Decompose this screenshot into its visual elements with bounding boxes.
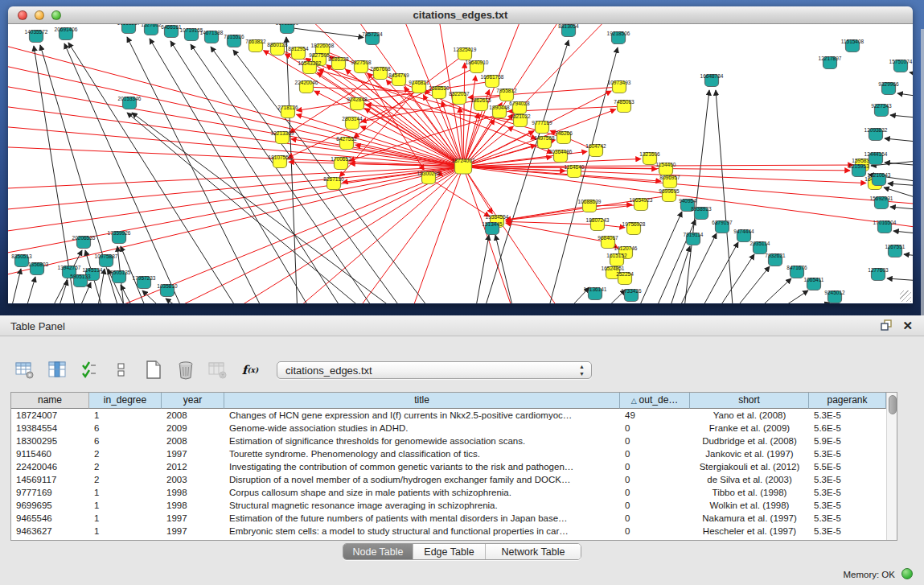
graph-node[interactable]: 19218506: [607, 31, 630, 44]
table-source-dropdown[interactable]: citations_edges.txt ▲▼: [277, 361, 592, 379]
graph-node[interactable]: 11515408: [841, 39, 864, 52]
graph-node[interactable]: 252254: [616, 271, 634, 285]
graph-node[interactable]: 18807243: [586, 217, 610, 231]
graph-node[interactable]: 14035572: [25, 29, 48, 43]
graph-node[interactable]: 14671388: [200, 30, 224, 43]
graph-node[interactable]: 14136141: [584, 286, 607, 300]
graph-node[interactable]: 1990448: [489, 105, 510, 118]
float-panel-icon[interactable]: [881, 319, 893, 332]
graph-node[interactable]: 1167551: [885, 244, 906, 257]
graph-node[interactable]: 18107552: [269, 154, 292, 168]
graph-node[interactable]: 7663822: [245, 39, 266, 52]
tab-edge-table[interactable]: Edge Table: [413, 544, 486, 559]
graph-node[interactable]: 19756928: [622, 221, 646, 235]
table-row[interactable]: 1830029562008Estimation of significance …: [11, 435, 886, 447]
graph-node[interactable]: 8813054: [558, 24, 579, 37]
column-header-pagerank[interactable]: pagerank: [809, 393, 886, 409]
graph-node[interactable]: 8454749: [388, 72, 409, 86]
graph-node[interactable]: 16961758: [481, 74, 504, 88]
graph-node[interactable]: 17957233: [133, 275, 156, 289]
graph-node[interactable]: 746266: [555, 130, 573, 144]
column-header-name[interactable]: name: [11, 393, 89, 409]
graph-node[interactable]: 9827508: [351, 60, 372, 73]
graph-node[interactable]: 9227343: [871, 103, 892, 117]
table-row[interactable]: 969969511998Structural magnetic resonanc…: [11, 499, 886, 512]
graph-node[interactable]: 6466161: [161, 24, 182, 38]
graph-node[interactable]: 7919114: [684, 232, 704, 245]
network-canvas[interactable]: 1872400776638228860128891295418226058982…: [8, 24, 913, 303]
graph-node[interactable]: 7857224: [362, 31, 383, 45]
table-row[interactable]: 911546021997Tourette syndrome. Phenomeno…: [11, 447, 886, 460]
window-resize-grip[interactable]: [900, 290, 911, 302]
column-header-indegree[interactable]: in_degree: [89, 393, 162, 409]
function-builder-icon[interactable]: f(x): [240, 360, 261, 381]
column-header-outde[interactable]: △out_de…: [620, 393, 690, 409]
graph-node[interactable]: 6879197: [712, 220, 733, 233]
graph-node[interactable]: 8912954: [288, 46, 309, 60]
graph-node[interactable]: 7615526: [224, 34, 244, 47]
column-header-short[interactable]: short: [690, 393, 809, 409]
graph-node[interactable]: 6794028: [509, 101, 530, 114]
graph-node[interactable]: 9329966: [878, 81, 899, 95]
graph-node[interactable]: 8186328: [328, 56, 349, 70]
graph-node[interactable]: 12325419: [454, 47, 477, 60]
graph-node[interactable]: 12093832: [864, 127, 888, 141]
graph-node[interactable]: 9245012: [824, 290, 845, 303]
network-view-window[interactable]: citations_edges.txt 18724007766382288601…: [8, 6, 913, 304]
show-columns-icon[interactable]: [47, 360, 68, 381]
table-row[interactable]: 977716911998Corpus callosum shape and si…: [11, 486, 886, 499]
graph-node[interactable]: 2803144: [342, 116, 363, 130]
graph-node[interactable]: 16648784: [700, 73, 724, 87]
close-panel-icon[interactable]: ✕: [902, 320, 913, 332]
graph-node[interactable]: 17359926: [108, 230, 131, 244]
graph-node[interactable]: 1862615: [470, 97, 491, 111]
graph-node[interactable]: 1035810: [157, 283, 178, 297]
graph-node[interactable]: 6497568: [534, 135, 555, 149]
table-row[interactable]: 1938455462009Genome-wide association stu…: [11, 422, 886, 435]
table-row[interactable]: 946554611997Estimation of the future num…: [11, 512, 886, 525]
graph-node[interactable]: 20691406: [55, 27, 78, 40]
graph-node[interactable]: 20206535: [72, 235, 96, 249]
delete-table-icon[interactable]: [175, 360, 196, 381]
graph-node[interactable]: 1527602: [141, 24, 162, 35]
graph-node[interactable]: 1604742: [585, 143, 606, 157]
new-table-icon[interactable]: [143, 360, 164, 381]
column-header-title[interactable]: title: [224, 393, 620, 409]
unselect-all-icon[interactable]: [111, 360, 132, 381]
graph-node[interactable]: 7932621: [765, 253, 786, 266]
graph-node[interactable]: 1277603: [868, 267, 889, 281]
graph-node[interactable]: 1065411: [804, 277, 824, 290]
graph-node[interactable]: 20364486: [549, 149, 573, 163]
graph-node[interactable]: 12217897: [819, 56, 842, 69]
table-row[interactable]: 946362711997Embryonic stem cells: a mode…: [11, 525, 886, 538]
table-row[interactable]: 2242004622012Investigating the contribut…: [11, 460, 886, 473]
scrollbar-thumb[interactable]: [889, 395, 897, 414]
graph-node[interactable]: 8860128: [267, 42, 288, 56]
table-row[interactable]: 1456911722003Disruption of a novel membe…: [11, 473, 886, 486]
table-scrollbar[interactable]: [886, 393, 897, 540]
graph-node[interactable]: 2718126: [277, 105, 298, 118]
graph-node[interactable]: 8938923: [691, 206, 712, 220]
graph-node[interactable]: 10975887: [95, 253, 118, 267]
graph-node[interactable]: 1588520: [429, 85, 450, 99]
graph-node[interactable]: 10688639: [578, 199, 602, 212]
graph-node[interactable]: 15751074: [889, 59, 913, 72]
graph-node[interactable]: 10653287: [117, 24, 141, 34]
graph-node[interactable]: 8267130: [323, 176, 344, 190]
graph-node[interactable]: 11356803: [26, 262, 49, 275]
graph-hub-node[interactable]: 18724007: [452, 158, 475, 174]
graph-node[interactable]: 8096957: [659, 175, 680, 188]
column-header-year[interactable]: year: [162, 393, 224, 409]
window-titlebar[interactable]: citations_edges.txt: [8, 6, 913, 24]
graph-node[interactable]: 9777169: [532, 120, 552, 134]
select-all-icon[interactable]: [79, 360, 100, 381]
graph-node[interactable]: 19654923: [630, 197, 653, 211]
table-row[interactable]: 1872400712008Changes of HCN gene express…: [11, 409, 886, 422]
graph-node[interactable]: 17016504: [873, 220, 897, 233]
table-settings-icon[interactable]: [14, 360, 35, 381]
graph-node[interactable]: 1733426: [621, 288, 642, 302]
graph-node[interactable]: 7485083: [614, 99, 634, 113]
tab-network-table[interactable]: Network Table: [486, 544, 581, 559]
graph-node[interactable]: 1621022: [510, 113, 531, 127]
tab-node-table[interactable]: Node Table: [343, 544, 413, 559]
